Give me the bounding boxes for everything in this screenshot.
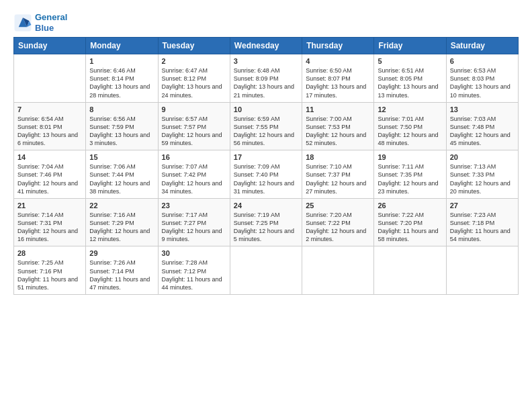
day-number: 5 <box>378 57 442 65</box>
calendar-cell: 5Sunrise: 6:51 AM Sunset: 8:05 PM Daylig… <box>374 54 446 103</box>
day-header-thursday: Thursday <box>302 38 374 54</box>
calendar-cell: 1Sunrise: 6:46 AM Sunset: 8:14 PM Daylig… <box>86 54 158 103</box>
cell-info: Sunrise: 7:01 AM Sunset: 7:50 PM Dayligh… <box>378 115 442 148</box>
cell-info: Sunrise: 7:00 AM Sunset: 7:53 PM Dayligh… <box>306 115 370 148</box>
cell-info: Sunrise: 6:56 AM Sunset: 7:59 PM Dayligh… <box>89 115 154 148</box>
calendar-cell: 15Sunrise: 7:06 AM Sunset: 7:44 PM Dayli… <box>86 150 158 199</box>
calendar-cell: 27Sunrise: 7:23 AM Sunset: 7:18 PM Dayli… <box>446 198 518 246</box>
day-header-sunday: Sunday <box>14 38 86 54</box>
calendar-cell: 14Sunrise: 7:04 AM Sunset: 7:46 PM Dayli… <box>14 150 86 199</box>
calendar-cell: 26Sunrise: 7:22 AM Sunset: 7:20 PM Dayli… <box>374 198 446 246</box>
day-number: 12 <box>378 105 442 113</box>
cell-info: Sunrise: 7:06 AM Sunset: 7:44 PM Dayligh… <box>89 163 154 195</box>
calendar-cell: 11Sunrise: 7:00 AM Sunset: 7:53 PM Dayli… <box>302 102 374 150</box>
calendar-header-row: SundayMondayTuesdayWednesdayThursdayFrid… <box>14 38 519 54</box>
calendar-week-2: 7Sunrise: 6:54 AM Sunset: 8:01 PM Daylig… <box>14 102 519 150</box>
cell-info: Sunrise: 6:46 AM Sunset: 8:14 PM Dayligh… <box>89 66 154 99</box>
calendar-cell: 12Sunrise: 7:01 AM Sunset: 7:50 PM Dayli… <box>374 102 446 150</box>
day-number: 25 <box>306 201 370 210</box>
calendar-cell: 24Sunrise: 7:19 AM Sunset: 7:25 PM Dayli… <box>230 198 302 246</box>
cell-info: Sunrise: 6:47 AM Sunset: 8:12 PM Dayligh… <box>162 66 226 99</box>
calendar-cell: 18Sunrise: 7:10 AM Sunset: 7:37 PM Dayli… <box>302 150 374 199</box>
cell-info: Sunrise: 7:13 AM Sunset: 7:33 PM Dayligh… <box>450 163 515 195</box>
calendar-cell <box>446 246 518 295</box>
calendar-cell <box>14 54 86 103</box>
cell-info: Sunrise: 7:04 AM Sunset: 7:46 PM Dayligh… <box>17 163 82 195</box>
cell-info: Sunrise: 7:10 AM Sunset: 7:37 PM Dayligh… <box>306 163 370 195</box>
cell-info: Sunrise: 6:59 AM Sunset: 7:55 PM Dayligh… <box>234 115 298 148</box>
cell-info: Sunrise: 7:22 AM Sunset: 7:20 PM Dayligh… <box>378 211 442 244</box>
calendar-cell: 4Sunrise: 6:50 AM Sunset: 8:07 PM Daylig… <box>302 54 374 103</box>
day-number: 20 <box>450 153 515 161</box>
day-header-tuesday: Tuesday <box>158 38 230 54</box>
calendar-cell: 17Sunrise: 7:09 AM Sunset: 7:40 PM Dayli… <box>230 150 302 199</box>
calendar-cell: 29Sunrise: 7:26 AM Sunset: 7:14 PM Dayli… <box>86 246 158 295</box>
day-number: 7 <box>17 105 82 113</box>
cell-info: Sunrise: 7:23 AM Sunset: 7:18 PM Dayligh… <box>450 211 515 244</box>
calendar-cell: 9Sunrise: 6:57 AM Sunset: 7:57 PM Daylig… <box>158 102 230 150</box>
cell-info: Sunrise: 6:48 AM Sunset: 8:09 PM Dayligh… <box>234 66 298 99</box>
cell-info: Sunrise: 7:14 AM Sunset: 7:31 PM Dayligh… <box>17 211 82 244</box>
cell-info: Sunrise: 7:16 AM Sunset: 7:29 PM Dayligh… <box>89 211 154 244</box>
day-number: 2 <box>162 57 226 65</box>
day-header-saturday: Saturday <box>446 38 518 54</box>
day-number: 30 <box>162 249 226 257</box>
day-header-wednesday: Wednesday <box>230 38 302 54</box>
calendar-cell: 25Sunrise: 7:20 AM Sunset: 7:22 PM Dayli… <box>302 198 374 246</box>
calendar-cell: 30Sunrise: 7:28 AM Sunset: 7:12 PM Dayli… <box>158 246 230 295</box>
day-number: 26 <box>378 201 442 210</box>
day-number: 22 <box>89 201 154 210</box>
cell-info: Sunrise: 6:53 AM Sunset: 8:03 PM Dayligh… <box>450 66 515 99</box>
day-number: 9 <box>162 105 226 113</box>
day-number: 11 <box>306 105 370 113</box>
calendar-cell: 8Sunrise: 6:56 AM Sunset: 7:59 PM Daylig… <box>86 102 158 150</box>
cell-info: Sunrise: 7:11 AM Sunset: 7:35 PM Dayligh… <box>378 163 442 195</box>
calendar-cell <box>374 246 446 295</box>
calendar-cell: 20Sunrise: 7:13 AM Sunset: 7:33 PM Dayli… <box>446 150 518 199</box>
calendar-cell: 7Sunrise: 6:54 AM Sunset: 8:01 PM Daylig… <box>14 102 86 150</box>
day-number: 15 <box>89 153 154 161</box>
calendar-week-3: 14Sunrise: 7:04 AM Sunset: 7:46 PM Dayli… <box>14 150 519 199</box>
calendar-week-1: 1Sunrise: 6:46 AM Sunset: 8:14 PM Daylig… <box>14 54 519 103</box>
calendar-cell: 28Sunrise: 7:25 AM Sunset: 7:16 PM Dayli… <box>14 246 86 295</box>
calendar-cell: 23Sunrise: 7:17 AM Sunset: 7:27 PM Dayli… <box>158 198 230 246</box>
calendar-table: SundayMondayTuesdayWednesdayThursdayFrid… <box>13 37 519 295</box>
cell-info: Sunrise: 6:54 AM Sunset: 8:01 PM Dayligh… <box>17 115 82 148</box>
day-number: 14 <box>17 153 82 161</box>
day-number: 23 <box>162 201 226 210</box>
day-number: 28 <box>17 249 82 257</box>
day-number: 18 <box>306 153 370 161</box>
day-number: 21 <box>17 201 82 210</box>
day-number: 16 <box>162 153 226 161</box>
day-header-monday: Monday <box>86 38 158 54</box>
cell-info: Sunrise: 7:26 AM Sunset: 7:14 PM Dayligh… <box>89 259 154 291</box>
cell-info: Sunrise: 7:25 AM Sunset: 7:16 PM Dayligh… <box>17 259 82 291</box>
calendar-cell <box>230 246 302 295</box>
logo: General Blue <box>13 12 67 33</box>
cell-info: Sunrise: 7:20 AM Sunset: 7:22 PM Dayligh… <box>306 211 370 244</box>
cell-info: Sunrise: 7:03 AM Sunset: 7:48 PM Dayligh… <box>450 115 515 148</box>
day-number: 13 <box>450 105 515 113</box>
cell-info: Sunrise: 7:07 AM Sunset: 7:42 PM Dayligh… <box>162 163 226 195</box>
cell-info: Sunrise: 7:09 AM Sunset: 7:40 PM Dayligh… <box>234 163 298 195</box>
calendar-cell: 3Sunrise: 6:48 AM Sunset: 8:09 PM Daylig… <box>230 54 302 103</box>
day-number: 19 <box>378 153 442 161</box>
calendar-cell: 16Sunrise: 7:07 AM Sunset: 7:42 PM Dayli… <box>158 150 230 199</box>
calendar-cell: 2Sunrise: 6:47 AM Sunset: 8:12 PM Daylig… <box>158 54 230 103</box>
logo-text: General Blue <box>35 12 67 33</box>
calendar-cell: 10Sunrise: 6:59 AM Sunset: 7:55 PM Dayli… <box>230 102 302 150</box>
day-number: 10 <box>234 105 298 113</box>
cell-info: Sunrise: 7:28 AM Sunset: 7:12 PM Dayligh… <box>162 259 226 291</box>
calendar-cell: 13Sunrise: 7:03 AM Sunset: 7:48 PM Dayli… <box>446 102 518 150</box>
cell-info: Sunrise: 6:57 AM Sunset: 7:57 PM Dayligh… <box>162 115 226 148</box>
calendar-cell <box>302 246 374 295</box>
day-header-friday: Friday <box>374 38 446 54</box>
header: General Blue <box>13 12 519 33</box>
day-number: 4 <box>306 57 370 65</box>
calendar-cell: 19Sunrise: 7:11 AM Sunset: 7:35 PM Dayli… <box>374 150 446 199</box>
day-number: 8 <box>89 105 154 113</box>
page: General Blue SundayMondayTuesdayWednesda… <box>0 0 532 411</box>
cell-info: Sunrise: 6:51 AM Sunset: 8:05 PM Dayligh… <box>378 66 442 99</box>
day-number: 24 <box>234 201 298 210</box>
calendar-cell: 21Sunrise: 7:14 AM Sunset: 7:31 PM Dayli… <box>14 198 86 246</box>
